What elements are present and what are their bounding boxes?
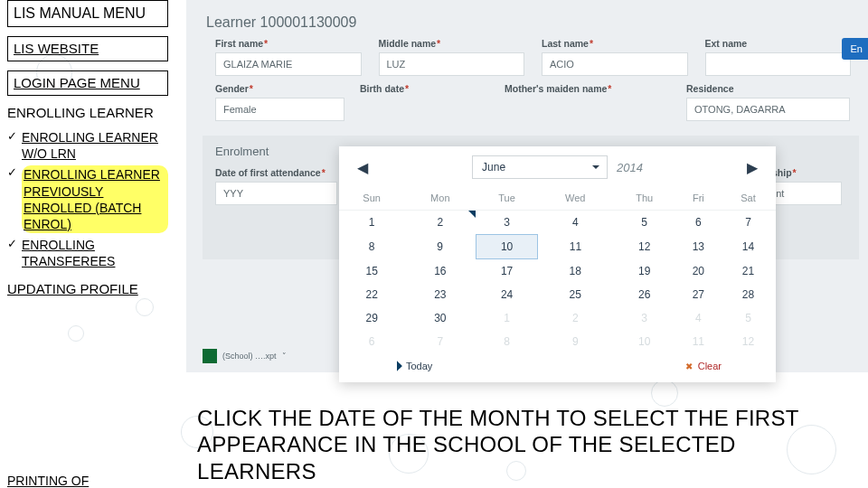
calendar-day[interactable]: 9 — [538, 330, 613, 353]
sidebar-item-label[interactable]: ENROLLING TRANSFEREES — [22, 237, 168, 269]
calendar-day[interactable]: 22 — [339, 283, 404, 306]
datepicker[interactable]: ◀ June 2014 ▶ SunMonTueWedThuFriSat 1234… — [339, 146, 776, 382]
calendar-day[interactable]: 1 — [339, 211, 404, 235]
calendar-day[interactable]: 7 — [404, 330, 476, 353]
sidebar-item[interactable]: ✓ENROLLING LEARNER PREVIOUSLY ENROLLED (… — [7, 165, 168, 233]
ext-name-input[interactable] — [705, 52, 852, 76]
birth-date-label: Birth date — [360, 83, 495, 94]
calendar-day[interactable]: 12 — [613, 235, 676, 259]
gender-select[interactable]: Female — [215, 98, 344, 121]
weekday-label: Sat — [721, 186, 776, 211]
calendar-day[interactable]: 6 — [676, 211, 721, 235]
weekday-label: Fri — [676, 186, 721, 211]
calendar-day[interactable]: 18 — [538, 259, 613, 284]
last-name-input[interactable]: ACIO — [542, 52, 688, 76]
enrol-badge[interactable]: En — [842, 38, 868, 60]
calendar-day[interactable]: 4 — [538, 211, 613, 235]
mother-name-label: Mother's maiden name — [505, 83, 677, 94]
first-attendance-input[interactable]: YYY — [215, 182, 337, 205]
calendar-day[interactable]: 8 — [476, 330, 537, 353]
calendar-day[interactable]: 11 — [676, 330, 721, 353]
calendar-day[interactable]: 6 — [339, 330, 404, 353]
residence-input[interactable]: OTONG, DAGARRA — [686, 98, 850, 121]
login-page-link[interactable]: LOGIN PAGE MENU — [14, 75, 140, 90]
middle-name-input[interactable]: LUZ — [379, 52, 525, 76]
calendar-day[interactable]: 2 — [538, 306, 613, 330]
calendar-day[interactable]: 17 — [476, 259, 537, 284]
calendar-day[interactable]: 5 — [721, 306, 776, 330]
gender-label: Gender — [215, 83, 351, 94]
calendar-day[interactable]: 21 — [721, 259, 776, 284]
prev-month-icon[interactable]: ◀ — [352, 159, 373, 176]
residence-label: Residence — [686, 83, 859, 94]
sidebar-title: LIS MANUAL MENU — [14, 5, 162, 23]
sidebar-item-label[interactable]: ENROLLING LEARNER W/O LRN — [22, 129, 168, 162]
calendar-day[interactable]: 30 — [404, 306, 476, 330]
learner-id: 100001130009 — [260, 14, 357, 30]
calendar-grid: SunMonTueWedThuFriSat 123456789101112131… — [339, 186, 776, 353]
calendar-day[interactable]: 24 — [476, 283, 537, 306]
first-name-label: First name — [215, 38, 370, 49]
first-attendance-label: Date of first attendance — [215, 167, 344, 178]
calendar-day[interactable]: 23 — [404, 283, 476, 306]
enrolling-learner-heading: ENROLLING LEARNER — [7, 105, 168, 120]
check-icon: ✓ — [7, 165, 22, 179]
weekday-label: Wed — [538, 186, 613, 211]
sidebar-title-box: LIS MANUAL MENU — [7, 0, 168, 27]
calendar-day[interactable]: 11 — [538, 235, 613, 259]
calendar-day[interactable]: 2 — [404, 211, 476, 235]
lis-website-link[interactable]: LIS WEBSITE — [14, 41, 99, 56]
last-name-label: Last name — [542, 38, 696, 49]
calendar-day[interactable]: 7 — [721, 211, 776, 235]
excel-icon — [203, 349, 217, 363]
calendar-day[interactable]: 5 — [613, 211, 676, 235]
calendar-day[interactable]: 20 — [676, 259, 721, 284]
calendar-day[interactable]: 26 — [613, 283, 676, 306]
next-month-icon[interactable]: ▶ — [741, 159, 763, 176]
updating-profile-link[interactable]: UPDATING PROFILE — [7, 281, 168, 296]
learner-label: Learner — [206, 14, 256, 30]
export-xls-label: (School) ….xpt — [222, 352, 277, 361]
calendar-day[interactable]: 3 — [476, 211, 537, 235]
calendar-day[interactable]: 15 — [339, 259, 404, 284]
sidebar-item-label[interactable]: ENROLLING LEARNER PREVIOUSLY ENROLLED (B… — [22, 165, 168, 233]
sidebar-item[interactable]: ✓ENROLLING TRANSFEREES — [7, 237, 168, 269]
calendar-day[interactable]: 10 — [613, 330, 676, 353]
calendar-day[interactable]: 8 — [339, 235, 404, 259]
check-icon: ✓ — [7, 237, 22, 250]
calendar-day[interactable]: 13 — [676, 235, 721, 259]
learner-header: Learner 100001130009 — [206, 14, 859, 31]
calendar-day[interactable]: 4 — [676, 306, 721, 330]
calendar-day[interactable]: 16 — [404, 259, 476, 284]
middle-name-label: Middle name — [379, 38, 533, 49]
calendar-day[interactable]: 14 — [721, 235, 776, 259]
calendar-day[interactable]: 1 — [476, 306, 537, 330]
first-name-input[interactable]: GLAIZA MARIE — [215, 52, 362, 76]
calendar-day[interactable]: 28 — [721, 283, 776, 306]
calendar-day[interactable]: 3 — [613, 306, 676, 330]
calendar-day[interactable]: 12 — [721, 330, 776, 353]
clear-button[interactable]: Clear — [685, 361, 722, 371]
ext-name-label: Ext name — [705, 38, 860, 49]
calendar-day[interactable]: 19 — [613, 259, 676, 284]
calendar-day[interactable]: 9 — [404, 235, 476, 259]
weekday-label: Thu — [613, 186, 676, 211]
calendar-day[interactable]: 25 — [538, 283, 613, 306]
today-button[interactable]: Today — [393, 361, 432, 371]
month-select[interactable]: June — [472, 155, 608, 179]
calendar-day[interactable]: 29 — [339, 306, 404, 330]
weekday-label: Mon — [404, 186, 476, 211]
export-xls-tab[interactable]: (School) ….xpt ˅ — [203, 349, 287, 363]
calendar-day[interactable]: 27 — [676, 283, 721, 306]
check-icon: ✓ — [7, 129, 22, 143]
login-page-link-box[interactable]: LOGIN PAGE MENU — [7, 70, 168, 96]
printing-link-cut[interactable]: PRINTING OF — [7, 474, 89, 488]
instruction-caption: CLICK THE DATE OF THE MONTH TO SELECT TH… — [197, 405, 859, 484]
sidebar: LIS MANUAL MENU LIS WEBSITE LOGIN PAGE M… — [7, 0, 168, 305]
lis-website-link-box[interactable]: LIS WEBSITE — [7, 36, 168, 61]
sidebar-item[interactable]: ✓ENROLLING LEARNER W/O LRN — [7, 129, 168, 162]
weekday-label: Tue — [476, 186, 537, 211]
weekday-label: Sun — [339, 186, 404, 211]
calendar-day[interactable]: 10 — [476, 235, 537, 259]
enrolling-submenu: ✓ENROLLING LEARNER W/O LRN✓ENROLLING LEA… — [7, 129, 168, 270]
